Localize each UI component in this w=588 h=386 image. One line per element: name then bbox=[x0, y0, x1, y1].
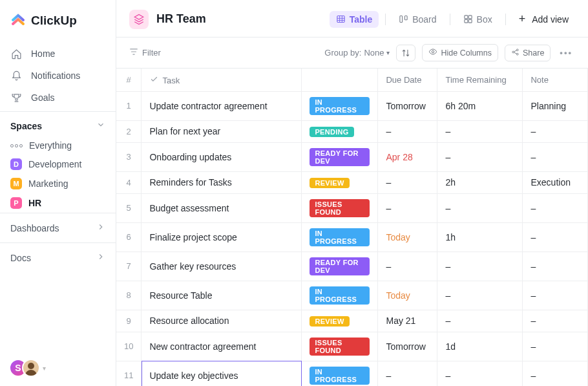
view-tab-board[interactable]: Board bbox=[392, 11, 443, 28]
filter-button[interactable]: Filter bbox=[129, 47, 161, 58]
time-remaining-cell[interactable]: 1d bbox=[437, 332, 523, 361]
note-cell[interactable]: Execution bbox=[523, 171, 588, 193]
note-cell[interactable]: – bbox=[523, 142, 588, 171]
status-cell[interactable]: READY FOR DEV bbox=[302, 142, 378, 171]
status-cell[interactable]: READY FOR DEV bbox=[302, 252, 378, 281]
task-cell[interactable]: New contractor agreement bbox=[142, 332, 302, 361]
table-row[interactable]: 5Budget assessmentISSUES FOUND––– bbox=[116, 193, 588, 222]
status-cell[interactable]: REVIEW bbox=[302, 310, 378, 332]
sort-toggle-button[interactable] bbox=[396, 45, 415, 61]
col-task[interactable]: Task bbox=[142, 69, 302, 91]
due-date-cell[interactable]: May 21 bbox=[378, 310, 437, 332]
add-view-button[interactable]: +Add view bbox=[512, 9, 575, 29]
due-date-cell[interactable]: – bbox=[378, 193, 437, 222]
nav-label: Goals bbox=[31, 92, 55, 103]
note-cell[interactable]: – bbox=[523, 361, 588, 386]
due-date-cell[interactable]: – bbox=[378, 252, 437, 281]
status-cell[interactable]: IN PROGRESS bbox=[302, 281, 378, 310]
due-date-cell[interactable]: – bbox=[378, 361, 437, 386]
time-remaining-cell[interactable]: – bbox=[437, 281, 523, 310]
space-item-marketing[interactable]: MMarketing bbox=[0, 174, 116, 193]
note-cell[interactable]: – bbox=[523, 310, 588, 332]
due-date-cell[interactable]: Tomorrow bbox=[378, 91, 437, 120]
status-cell[interactable]: IN PROGRESS bbox=[302, 361, 378, 386]
col-note[interactable]: Note bbox=[523, 69, 588, 91]
due-date-cell[interactable]: Tomorrow bbox=[378, 332, 437, 361]
status-badge: READY FOR DEV bbox=[310, 148, 370, 166]
time-remaining-cell[interactable]: – bbox=[437, 252, 523, 281]
status-cell[interactable]: ISSUES FOUND bbox=[302, 332, 378, 361]
col-due-date[interactable]: Due Date bbox=[378, 69, 437, 91]
spaces-header[interactable]: Spaces bbox=[0, 111, 116, 136]
note-cell[interactable]: – bbox=[523, 222, 588, 252]
groupby-selector[interactable]: Group by: None ▾ bbox=[324, 48, 390, 58]
task-cell[interactable]: Resource Table bbox=[142, 281, 302, 310]
due-date-cell[interactable]: – bbox=[378, 120, 437, 142]
task-cell[interactable]: Gather key resources bbox=[142, 252, 302, 281]
nav-item-home[interactable]: Home bbox=[0, 43, 116, 65]
table-row[interactable]: 10New contractor agreementISSUES FOUNDTo… bbox=[116, 332, 588, 361]
table-row[interactable]: 4Reminders for TasksREVIEW–2hExecution bbox=[116, 171, 588, 193]
table-row[interactable]: 7Gather key resourcesREADY FOR DEV––– bbox=[116, 252, 588, 281]
table-row[interactable]: 11Update key objectivesIN PROGRESS––– bbox=[116, 361, 588, 386]
status-cell[interactable]: REVIEW bbox=[302, 171, 378, 193]
col-number[interactable]: # bbox=[116, 69, 142, 91]
due-date-cell[interactable]: Apr 28 bbox=[378, 142, 437, 171]
docs-row[interactable]: Docs bbox=[0, 242, 116, 272]
more-button[interactable]: ••• bbox=[557, 48, 575, 58]
table-row[interactable]: 9Resource allocationREVIEWMay 21–– bbox=[116, 310, 588, 332]
task-cell[interactable]: Plan for next year bbox=[142, 120, 302, 142]
time-remaining-cell[interactable]: 1h bbox=[437, 222, 523, 252]
user-switcher[interactable]: S ▾ bbox=[0, 350, 116, 386]
note-cell[interactable]: – bbox=[523, 193, 588, 222]
task-cell[interactable]: Update key objectives bbox=[142, 361, 302, 386]
table-row[interactable]: 6Finalize project scopeIN PROGRESSToday1… bbox=[116, 222, 588, 252]
task-cell[interactable]: Onboarding updates bbox=[142, 142, 302, 171]
task-cell[interactable]: Finalize project scope bbox=[142, 222, 302, 252]
view-tab-box[interactable]: Box bbox=[457, 11, 499, 28]
svg-rect-6 bbox=[464, 19, 467, 23]
time-remaining-cell[interactable]: – bbox=[437, 120, 523, 142]
status-cell[interactable]: IN PROGRESS bbox=[302, 91, 378, 120]
note-cell[interactable]: – bbox=[523, 120, 588, 142]
task-cell[interactable]: Resource allocation bbox=[142, 310, 302, 332]
nav-item-notifications[interactable]: Notifications bbox=[0, 65, 116, 87]
dashboards-row[interactable]: Dashboards bbox=[0, 213, 116, 242]
svg-rect-2 bbox=[400, 16, 403, 23]
table-row[interactable]: 8Resource TableIN PROGRESSToday–– bbox=[116, 281, 588, 310]
note-cell[interactable]: Planning bbox=[523, 91, 588, 120]
time-remaining-cell[interactable]: – bbox=[437, 310, 523, 332]
app-logo[interactable]: ClickUp bbox=[0, 0, 116, 40]
share-button[interactable]: Share bbox=[505, 45, 551, 61]
status-cell[interactable]: ISSUES FOUND bbox=[302, 193, 378, 222]
table-row[interactable]: 2Plan for next yearPENDING––– bbox=[116, 120, 588, 142]
table-row[interactable]: 3Onboarding updatesREADY FOR DEVApr 28–– bbox=[116, 142, 588, 171]
everything-item[interactable]: Everything bbox=[0, 136, 116, 155]
note-cell[interactable]: – bbox=[523, 332, 588, 361]
nav-item-goals[interactable]: Goals bbox=[0, 87, 116, 109]
task-cell[interactable]: Reminders for Tasks bbox=[142, 171, 302, 193]
status-cell[interactable]: PENDING bbox=[302, 120, 378, 142]
space-item-development[interactable]: DDevelopment bbox=[0, 155, 116, 174]
svg-rect-7 bbox=[468, 19, 472, 23]
task-cell[interactable]: Update contractor agreement bbox=[142, 91, 302, 120]
due-date-cell[interactable]: Today bbox=[378, 281, 437, 310]
col-time-remaining[interactable]: Time Remaining bbox=[437, 69, 523, 91]
table-row[interactable]: 1Update contractor agreementIN PROGRESST… bbox=[116, 91, 588, 120]
note-cell[interactable]: – bbox=[523, 252, 588, 281]
time-remaining-cell[interactable]: – bbox=[437, 142, 523, 171]
space-badge: D bbox=[10, 158, 22, 170]
view-tab-table[interactable]: Table bbox=[330, 11, 379, 28]
space-item-hr[interactable]: PHR bbox=[0, 193, 116, 213]
task-cell[interactable]: Budget assessment bbox=[142, 193, 302, 222]
time-remaining-cell[interactable]: 6h 20m bbox=[437, 91, 523, 120]
hide-columns-button[interactable]: Hide Columns bbox=[422, 44, 498, 61]
note-cell[interactable]: – bbox=[523, 281, 588, 310]
time-remaining-cell[interactable]: – bbox=[437, 361, 523, 386]
due-date-cell[interactable]: Today bbox=[378, 222, 437, 252]
due-date-cell[interactable]: – bbox=[378, 171, 437, 193]
col-status[interactable] bbox=[302, 69, 378, 91]
status-cell[interactable]: IN PROGRESS bbox=[302, 222, 378, 252]
time-remaining-cell[interactable]: 2h bbox=[437, 171, 523, 193]
time-remaining-cell[interactable]: – bbox=[437, 193, 523, 222]
